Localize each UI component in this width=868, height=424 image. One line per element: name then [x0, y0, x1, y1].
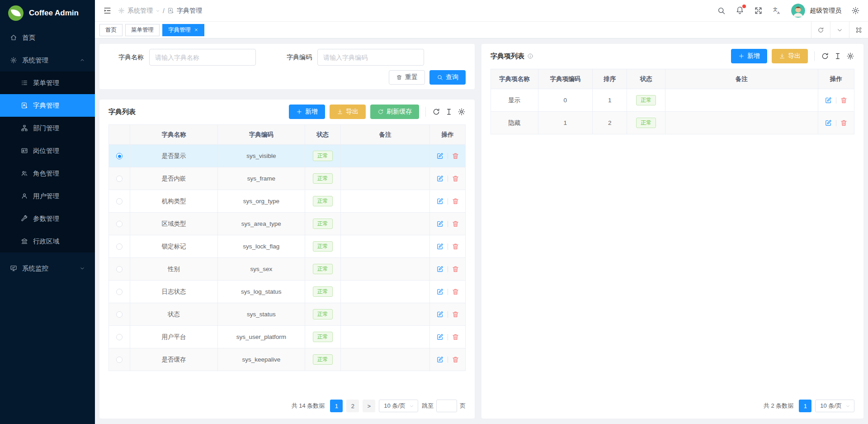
sidebar-item-region-mgmt[interactable]: 行政区域 [0, 230, 95, 252]
logo[interactable]: Coffee Admin [0, 0, 95, 26]
table-row[interactable]: 区域类型 sys_area_type 正常 [109, 213, 466, 235]
jump-page-input[interactable] [436, 400, 457, 412]
username[interactable]: 超级管理员 [810, 7, 841, 15]
page-size-select[interactable]: 10 条/页 [379, 400, 418, 412]
export-dict-button[interactable]: 导出 [330, 105, 366, 119]
sidebar-item-monitor[interactable]: 系统监控 [0, 257, 95, 280]
close-icon[interactable] [194, 28, 198, 32]
edit-button[interactable] [436, 265, 444, 273]
reset-button[interactable]: 重置 [389, 70, 425, 85]
edit-button[interactable] [436, 288, 444, 295]
delete-button[interactable] [452, 288, 459, 295]
settings-gear-icon[interactable] [851, 6, 860, 15]
page-button-1[interactable]: 1 [799, 400, 811, 412]
edit-button[interactable] [436, 197, 444, 205]
dict-code-input[interactable] [317, 49, 424, 66]
sidebar-item-param-mgmt[interactable]: 参数管理 [0, 207, 95, 230]
table-row[interactable]: 性别 sys_sex 正常 [109, 258, 466, 281]
dict-name-input[interactable] [149, 49, 256, 66]
fullscreen-icon[interactable] [754, 6, 763, 15]
tab-options-button[interactable] [830, 22, 849, 38]
translate-icon[interactable] [773, 6, 781, 15]
add-item-button[interactable]: 新增 [731, 49, 767, 63]
column-settings-icon[interactable] [458, 108, 466, 116]
edit-button[interactable] [825, 96, 832, 104]
edit-button[interactable] [436, 152, 444, 160]
delete-button[interactable] [452, 265, 459, 273]
refresh-table-icon[interactable] [432, 108, 440, 116]
sidebar-item-post-mgmt[interactable]: 岗位管理 [0, 139, 95, 162]
table-row[interactable]: 显示 0 1 正常 [491, 89, 854, 112]
delete-button[interactable] [452, 310, 459, 318]
delete-button[interactable] [840, 96, 848, 104]
search-icon[interactable] [717, 6, 726, 15]
table-row[interactable]: 是否缓存 sys_keepalive 正常 [109, 348, 466, 371]
table-row[interactable]: 状态 sys_status 正常 [109, 303, 466, 326]
text-height-icon[interactable] [445, 108, 453, 116]
edit-button[interactable] [825, 119, 832, 127]
delete-button[interactable] [452, 356, 459, 363]
delete-button[interactable] [452, 175, 459, 182]
content-fullscreen-button[interactable] [849, 22, 868, 38]
row-radio[interactable] [116, 289, 123, 295]
tab-dict-mgmt[interactable]: 字典管理 [162, 24, 204, 36]
edit-button[interactable] [436, 175, 444, 182]
page-button-2[interactable]: 2 [346, 400, 359, 412]
text-height-icon[interactable] [834, 52, 842, 60]
export-item-button[interactable]: 导出 [772, 49, 808, 63]
sidebar-item-role-mgmt[interactable]: 角色管理 [0, 162, 95, 185]
sidebar-item-dict-mgmt[interactable]: 字典管理 [0, 94, 95, 117]
row-radio[interactable] [116, 243, 123, 250]
edit-button[interactable] [436, 310, 444, 318]
table-row[interactable]: 隐藏 1 2 正常 [491, 112, 854, 134]
row-radio[interactable] [116, 153, 123, 159]
tab-menu-mgmt[interactable]: 菜单管理 [125, 24, 160, 36]
page-size-select[interactable]: 10 条/页 [815, 400, 854, 412]
row-radio[interactable] [116, 221, 123, 227]
table-row[interactable]: 用户平台 sys_user_platform 正常 [109, 326, 466, 348]
notifications-button[interactable] [736, 6, 744, 16]
table-row[interactable]: 是否显示 sys_visible 正常 [109, 145, 466, 167]
edit-button[interactable] [436, 243, 444, 250]
row-radio[interactable] [116, 357, 123, 363]
next-page-button[interactable]: > [363, 400, 375, 412]
row-radio[interactable] [116, 266, 123, 272]
avatar[interactable] [791, 4, 805, 18]
sidebar-item-user-mgmt[interactable]: 用户管理 [0, 185, 95, 207]
row-radio[interactable] [116, 176, 123, 182]
info-icon[interactable] [527, 53, 533, 59]
table-row[interactable]: 日志状态 sys_log_status 正常 [109, 281, 466, 303]
refresh-cache-button[interactable]: 刷新缓存 [370, 105, 419, 119]
table-row[interactable]: 是否内嵌 sys_frame 正常 [109, 167, 466, 190]
column-settings-icon[interactable] [846, 52, 854, 60]
query-button-label: 查询 [446, 73, 458, 81]
delete-button[interactable] [452, 333, 459, 341]
sidebar-item-system[interactable]: 系统管理 [0, 49, 95, 71]
refresh-table-icon[interactable] [821, 52, 829, 60]
sidebar-item-dept-mgmt[interactable]: 部门管理 [0, 117, 95, 139]
query-button[interactable]: 查询 [429, 70, 466, 85]
add-dict-button[interactable]: 新增 [289, 105, 325, 119]
delete-button[interactable] [840, 119, 848, 127]
tab-home[interactable]: 首页 [99, 24, 123, 36]
row-radio[interactable] [116, 311, 123, 318]
edit-button[interactable] [436, 356, 444, 363]
delete-button[interactable] [452, 220, 459, 228]
refresh-page-button[interactable] [811, 22, 830, 38]
row-radio[interactable] [116, 334, 123, 340]
row-radio[interactable] [116, 198, 123, 205]
edit-button[interactable] [436, 220, 444, 228]
delete-button[interactable] [452, 243, 459, 250]
delete-button[interactable] [452, 197, 459, 205]
delete-button[interactable] [452, 152, 459, 160]
edit-button[interactable] [436, 333, 444, 341]
breadcrumb-system[interactable]: 系统管理 [127, 7, 153, 15]
sidebar-item-menu-mgmt[interactable]: 菜单管理 [0, 71, 95, 94]
page-button-1[interactable]: 1 [330, 400, 343, 412]
menu-fold-icon[interactable] [103, 6, 112, 15]
table-row[interactable]: 锁定标记 sys_lock_flag 正常 [109, 235, 466, 258]
sidebar-item-home[interactable]: 首页 [0, 26, 95, 49]
app-root: Coffee Admin 首页 系统管理 菜单管理 字典管理 [0, 0, 868, 424]
table-row[interactable]: 机构类型 sys_org_type 正常 [109, 190, 466, 213]
cell-dict-code: sys_log_status [217, 281, 305, 303]
